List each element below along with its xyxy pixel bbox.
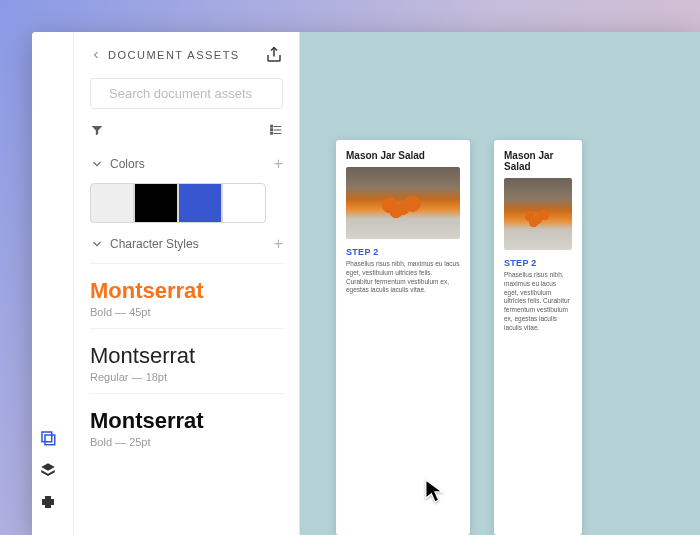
filter-toolbar bbox=[90, 123, 283, 137]
document-assets-panel: DOCUMENT ASSETS Colors + bbox=[74, 32, 300, 535]
search-field[interactable] bbox=[90, 78, 283, 109]
color-swatch[interactable] bbox=[90, 183, 134, 223]
charstyle-meta: Regular — 18pt bbox=[90, 371, 283, 383]
color-swatch[interactable] bbox=[222, 183, 266, 223]
panel-title: DOCUMENT ASSETS bbox=[108, 49, 240, 61]
charstyles-section-header[interactable]: Character Styles + bbox=[90, 235, 283, 253]
layers-panel-icon[interactable] bbox=[38, 428, 58, 448]
color-swatch[interactable] bbox=[134, 183, 178, 223]
charstyle-preview: Montserrat bbox=[90, 408, 283, 434]
card-title: Mason Jar Salad bbox=[504, 150, 572, 172]
card-step-label: STEP 2 bbox=[346, 247, 460, 257]
colors-section-header[interactable]: Colors + bbox=[90, 155, 283, 173]
charstyles-section-label: Character Styles bbox=[110, 237, 199, 251]
charstyle-meta: Bold — 45pt bbox=[90, 306, 283, 318]
desktop-background: DOCUMENT ASSETS Colors + bbox=[0, 0, 700, 535]
panel-title-group[interactable]: DOCUMENT ASSETS bbox=[90, 49, 240, 61]
character-style-item[interactable]: Montserrat Bold — 25pt bbox=[90, 393, 283, 458]
color-swatch-row bbox=[90, 183, 283, 223]
design-canvas[interactable]: Mason Jar Salad STEP 2 Phasellus risus n… bbox=[300, 32, 700, 535]
svg-rect-8 bbox=[271, 125, 273, 127]
character-style-item[interactable]: Montserrat Regular — 18pt bbox=[90, 328, 283, 393]
charstyle-meta: Bold — 25pt bbox=[90, 436, 283, 448]
artboard-card[interactable]: Mason Jar Salad STEP 2 Phasellus risus n… bbox=[336, 140, 470, 535]
add-charstyle-button[interactable]: + bbox=[274, 235, 283, 253]
add-color-button[interactable]: + bbox=[274, 155, 283, 173]
artboard-card[interactable]: Mason Jar Salad STEP 2 Phasellus risus n… bbox=[494, 140, 582, 535]
svg-rect-1 bbox=[45, 435, 55, 445]
svg-rect-10 bbox=[271, 132, 273, 134]
card-image bbox=[504, 178, 572, 250]
charstyle-preview: Montserrat bbox=[90, 278, 283, 304]
chevron-down-icon bbox=[90, 157, 104, 171]
chevron-down-icon bbox=[90, 237, 104, 251]
card-body-text: Phasellus risus nibh, maximus eu lacus e… bbox=[346, 260, 460, 295]
card-body-text: Phasellus risus nibh, maximus eu lacus e… bbox=[504, 271, 572, 332]
plugins-icon[interactable] bbox=[38, 492, 58, 512]
color-swatch[interactable] bbox=[178, 183, 222, 223]
list-view-icon[interactable] bbox=[269, 123, 283, 137]
cursor-icon bbox=[424, 478, 446, 504]
share-icon[interactable] bbox=[265, 46, 283, 64]
card-step-label: STEP 2 bbox=[504, 258, 572, 268]
svg-rect-9 bbox=[271, 129, 273, 131]
charstyle-preview: Montserrat bbox=[90, 343, 283, 369]
search-input[interactable] bbox=[109, 86, 277, 101]
character-style-item[interactable]: Montserrat Bold — 45pt bbox=[90, 263, 283, 328]
assets-stack-icon[interactable] bbox=[38, 460, 58, 480]
panel-header: DOCUMENT ASSETS bbox=[90, 46, 283, 64]
svg-rect-0 bbox=[42, 432, 52, 442]
colors-section-label: Colors bbox=[110, 157, 145, 171]
filter-icon[interactable] bbox=[90, 123, 104, 137]
card-image bbox=[346, 167, 460, 239]
back-chevron-icon bbox=[90, 49, 102, 61]
tool-rail bbox=[38, 428, 58, 512]
card-title: Mason Jar Salad bbox=[346, 150, 460, 161]
app-window: DOCUMENT ASSETS Colors + bbox=[32, 32, 700, 535]
